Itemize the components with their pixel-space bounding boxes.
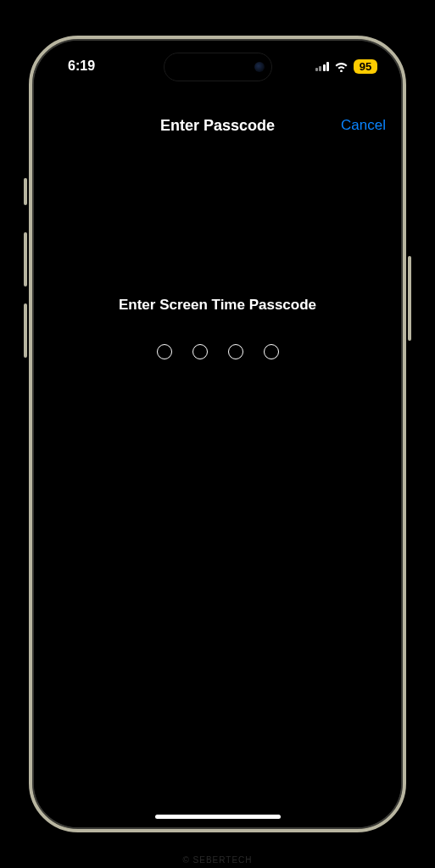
passcode-digit-3 xyxy=(228,344,243,359)
wifi-icon xyxy=(334,61,349,72)
watermark: © SEBERTECH xyxy=(182,855,252,865)
dynamic-island xyxy=(164,53,272,81)
front-camera xyxy=(254,62,265,72)
home-indicator[interactable] xyxy=(155,815,281,819)
passcode-digit-1 xyxy=(157,344,172,359)
status-time: 6:19 xyxy=(58,53,95,74)
battery-level-badge: 95 xyxy=(354,59,377,74)
passcode-digit-2 xyxy=(192,344,208,359)
phone-frame: 6:19 95 xyxy=(29,36,406,832)
passcode-prompt: Enter Screen Time Passcode xyxy=(119,297,316,314)
passcode-input[interactable] xyxy=(157,344,279,359)
cancel-button[interactable]: Cancel xyxy=(341,117,386,134)
cellular-icon xyxy=(315,62,330,71)
volume-down-button[interactable] xyxy=(24,303,27,358)
volume-up-button[interactable] xyxy=(24,232,27,287)
mute-switch[interactable] xyxy=(24,178,27,205)
page-title: Enter Passcode xyxy=(160,117,275,135)
passcode-digit-4 xyxy=(264,344,279,359)
power-button[interactable] xyxy=(408,256,411,341)
nav-bar: Enter Passcode Cancel xyxy=(34,107,401,144)
